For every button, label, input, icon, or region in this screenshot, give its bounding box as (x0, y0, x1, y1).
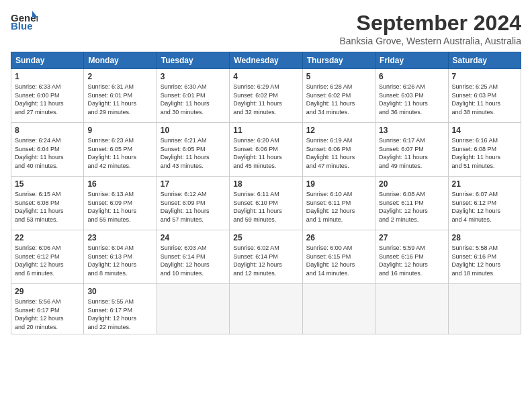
day-info: Sunrise: 5:56 AMSunset: 6:17 PMDaylight:… (15, 298, 80, 331)
day-cell: 23Sunrise: 6:04 AMSunset: 6:13 PMDayligh… (84, 230, 157, 284)
day-number: 15 (15, 179, 80, 189)
day-cell: 25Sunrise: 6:02 AMSunset: 6:14 PMDayligh… (230, 230, 302, 284)
day-cell: 24Sunrise: 6:03 AMSunset: 6:14 PMDayligh… (157, 230, 229, 284)
day-info: Sunrise: 6:20 AMSunset: 6:06 PMDaylight:… (233, 136, 298, 170)
day-cell: 28Sunrise: 5:58 AMSunset: 6:16 PMDayligh… (448, 230, 521, 284)
day-number: 25 (233, 233, 298, 242)
page-header: General Blue September 2024 Banksia Grov… (11, 11, 521, 46)
day-cell: 30Sunrise: 5:55 AMSunset: 6:17 PMDayligh… (84, 284, 157, 334)
day-cell (302, 284, 375, 334)
day-info: Sunrise: 6:29 AMSunset: 6:02 PMDaylight:… (233, 83, 298, 116)
day-cell: 15Sunrise: 6:15 AMSunset: 6:08 PMDayligh… (11, 177, 84, 230)
day-info: Sunrise: 6:26 AMSunset: 6:03 PMDaylight:… (379, 83, 444, 116)
day-number: 1 (15, 72, 80, 81)
day-number: 8 (15, 126, 80, 135)
day-cell: 4Sunrise: 6:29 AMSunset: 6:02 PMDaylight… (230, 69, 302, 123)
day-number: 19 (306, 179, 371, 189)
day-cell: 16Sunrise: 6:13 AMSunset: 6:09 PMDayligh… (84, 177, 157, 230)
day-info: Sunrise: 6:02 AMSunset: 6:14 PMDaylight:… (233, 244, 298, 277)
day-cell: 8Sunrise: 6:24 AMSunset: 6:04 PMDaylight… (11, 123, 84, 177)
day-cell: 5Sunrise: 6:28 AMSunset: 6:02 PMDaylight… (302, 69, 375, 123)
day-number: 12 (306, 126, 371, 135)
week-row-2: 8Sunrise: 6:24 AMSunset: 6:04 PMDaylight… (11, 123, 521, 177)
weekday-header-thursday: Thursday (302, 52, 375, 69)
day-cell: 21Sunrise: 6:07 AMSunset: 6:12 PMDayligh… (448, 177, 521, 230)
day-cell: 7Sunrise: 6:25 AMSunset: 6:03 PMDaylight… (448, 69, 521, 123)
week-row-4: 22Sunrise: 6:06 AMSunset: 6:12 PMDayligh… (11, 230, 521, 284)
day-number: 13 (379, 126, 444, 135)
day-info: Sunrise: 6:13 AMSunset: 6:09 PMDaylight:… (87, 190, 152, 224)
day-info: Sunrise: 6:28 AMSunset: 6:02 PMDaylight:… (306, 83, 371, 116)
day-cell: 3Sunrise: 6:30 AMSunset: 6:01 PMDaylight… (157, 69, 229, 123)
weekday-header-monday: Monday (84, 52, 157, 69)
svg-text:Blue: Blue (11, 20, 33, 31)
day-info: Sunrise: 6:03 AMSunset: 6:14 PMDaylight:… (161, 244, 226, 277)
month-title: September 2024 (339, 11, 521, 36)
day-number: 23 (87, 233, 152, 242)
day-info: Sunrise: 6:00 AMSunset: 6:15 PMDaylight:… (306, 244, 371, 277)
day-number: 3 (161, 72, 226, 81)
day-cell (230, 284, 302, 334)
calendar-table: SundayMondayTuesdayWednesdayThursdayFrid… (11, 52, 521, 334)
day-info: Sunrise: 6:11 AMSunset: 6:10 PMDaylight:… (233, 190, 298, 224)
day-number: 18 (233, 179, 298, 189)
day-info: Sunrise: 6:25 AMSunset: 6:03 PMDaylight:… (452, 83, 517, 116)
day-cell: 27Sunrise: 5:59 AMSunset: 6:16 PMDayligh… (375, 230, 448, 284)
day-number: 2 (87, 72, 152, 81)
day-info: Sunrise: 6:31 AMSunset: 6:01 PMDaylight:… (87, 83, 152, 116)
day-cell: 11Sunrise: 6:20 AMSunset: 6:06 PMDayligh… (230, 123, 302, 177)
day-number: 30 (87, 287, 152, 296)
day-info: Sunrise: 6:33 AMSunset: 6:00 PMDaylight:… (15, 83, 80, 116)
weekday-header-sunday: Sunday (11, 52, 84, 69)
day-cell: 19Sunrise: 6:10 AMSunset: 6:11 PMDayligh… (302, 177, 375, 230)
day-number: 27 (379, 233, 444, 242)
day-number: 5 (306, 72, 371, 81)
day-cell: 18Sunrise: 6:11 AMSunset: 6:10 PMDayligh… (230, 177, 302, 230)
day-number: 17 (161, 179, 226, 189)
day-number: 14 (452, 126, 517, 135)
day-info: Sunrise: 6:24 AMSunset: 6:04 PMDaylight:… (15, 136, 80, 170)
day-number: 26 (306, 233, 371, 242)
day-number: 6 (379, 72, 444, 81)
day-info: Sunrise: 6:21 AMSunset: 6:05 PMDaylight:… (161, 136, 226, 170)
day-info: Sunrise: 6:19 AMSunset: 6:06 PMDaylight:… (306, 136, 371, 170)
weekday-header-wednesday: Wednesday (230, 52, 302, 69)
day-info: Sunrise: 6:23 AMSunset: 6:05 PMDaylight:… (87, 136, 152, 170)
week-row-5: 29Sunrise: 5:56 AMSunset: 6:17 PMDayligh… (11, 284, 521, 334)
day-number: 29 (15, 287, 80, 296)
day-info: Sunrise: 6:30 AMSunset: 6:01 PMDaylight:… (161, 83, 226, 116)
week-row-1: 1Sunrise: 6:33 AMSunset: 6:00 PMDaylight… (11, 69, 521, 123)
day-cell: 20Sunrise: 6:08 AMSunset: 6:11 PMDayligh… (375, 177, 448, 230)
day-number: 22 (15, 233, 80, 242)
day-number: 4 (233, 72, 298, 81)
day-number: 7 (452, 72, 517, 81)
day-cell: 2Sunrise: 6:31 AMSunset: 6:01 PMDaylight… (84, 69, 157, 123)
title-area: September 2024 Banksia Grove, Western Au… (339, 11, 521, 46)
weekday-header-row: SundayMondayTuesdayWednesdayThursdayFrid… (11, 52, 521, 69)
day-number: 11 (233, 126, 298, 135)
day-cell: 9Sunrise: 6:23 AMSunset: 6:05 PMDaylight… (84, 123, 157, 177)
day-cell: 26Sunrise: 6:00 AMSunset: 6:15 PMDayligh… (302, 230, 375, 284)
day-cell (157, 284, 229, 334)
day-number: 28 (452, 233, 517, 242)
day-cell: 1Sunrise: 6:33 AMSunset: 6:00 PMDaylight… (11, 69, 84, 123)
day-info: Sunrise: 6:10 AMSunset: 6:11 PMDaylight:… (306, 190, 371, 224)
day-cell: 29Sunrise: 5:56 AMSunset: 6:17 PMDayligh… (11, 284, 84, 334)
day-info: Sunrise: 6:04 AMSunset: 6:13 PMDaylight:… (87, 244, 152, 277)
week-row-3: 15Sunrise: 6:15 AMSunset: 6:08 PMDayligh… (11, 177, 521, 230)
day-number: 9 (87, 126, 152, 135)
day-cell (448, 284, 521, 334)
day-info: Sunrise: 6:16 AMSunset: 6:08 PMDaylight:… (452, 136, 517, 170)
day-cell: 17Sunrise: 6:12 AMSunset: 6:09 PMDayligh… (157, 177, 229, 230)
weekday-header-friday: Friday (375, 52, 448, 69)
location-subtitle: Banksia Grove, Western Australia, Austra… (339, 36, 521, 46)
day-number: 16 (87, 179, 152, 189)
day-cell: 13Sunrise: 6:17 AMSunset: 6:07 PMDayligh… (375, 123, 448, 177)
day-info: Sunrise: 6:12 AMSunset: 6:09 PMDaylight:… (161, 190, 226, 224)
day-info: Sunrise: 6:08 AMSunset: 6:11 PMDaylight:… (379, 190, 444, 224)
day-info: Sunrise: 5:55 AMSunset: 6:17 PMDaylight:… (87, 298, 152, 331)
day-cell: 6Sunrise: 6:26 AMSunset: 6:03 PMDaylight… (375, 69, 448, 123)
day-number: 24 (161, 233, 226, 242)
weekday-header-tuesday: Tuesday (157, 52, 229, 69)
day-number: 10 (161, 126, 226, 135)
